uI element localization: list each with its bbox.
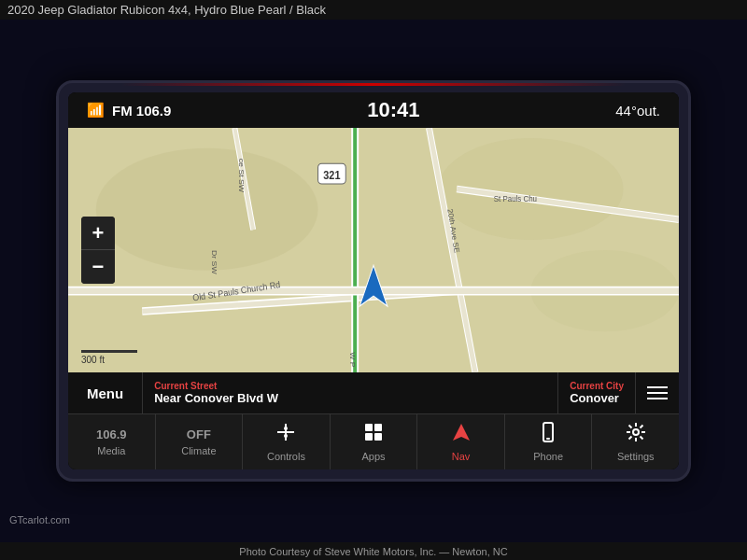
svg-rect-28 — [374, 424, 382, 431]
nav-item-settings-label: Settings — [617, 451, 655, 462]
nav-item-climate-value: OFF — [187, 427, 211, 441]
nav-item-controls[interactable]: Controls — [243, 414, 331, 469]
zoom-out-button[interactable]: − — [81, 250, 115, 284]
svg-rect-30 — [374, 433, 382, 441]
current-city-label: Current City — [570, 381, 624, 391]
status-bar: Menu Current Street Near Conover Blvd W … — [68, 372, 679, 413]
current-city-section: Current City Conover — [557, 372, 635, 413]
nav-item-phone-label: Phone — [533, 451, 563, 462]
scale-bar — [81, 350, 137, 353]
nav-item-apps[interactable]: Apps — [331, 414, 418, 469]
nav-item-controls-icon — [275, 422, 296, 447]
svg-rect-29 — [365, 433, 373, 441]
svg-text:W P: W P — [348, 352, 358, 368]
nav-item-apps-label: Apps — [361, 451, 385, 462]
svg-point-34 — [633, 429, 639, 435]
nav-item-media[interactable]: 106.9Media — [68, 414, 156, 469]
nav-item-phone[interactable]: Phone — [505, 414, 593, 469]
current-city-value: Conover — [570, 391, 624, 405]
location-info: Current Street Near Conover Blvd W — [143, 372, 557, 413]
temperature-display: 44°out. — [615, 103, 660, 119]
infotainment-screen: 📶 FM 106.9 10:41 44°out. — [68, 92, 679, 469]
watermark: GTcarlot.com — [9, 514, 70, 525]
bottom-nav: 106.9MediaOFFClimateControlsAppsNavPhone… — [68, 413, 679, 469]
map-svg: 321 Old St Pauls Church Rd 20th Ave SE S… — [68, 128, 679, 372]
hamburger-icon — [647, 386, 668, 399]
nav-item-media-value: 106.9 — [96, 427, 127, 441]
current-street-label: Current Street — [154, 381, 546, 391]
clock-display: 10:41 — [367, 98, 419, 122]
scale-label: 300 ft — [81, 355, 105, 365]
map-area[interactable]: 321 Old St Pauls Church Rd 20th Ave SE S… — [68, 128, 679, 372]
nav-item-climate-label: Climate — [181, 445, 216, 456]
svg-rect-33 — [546, 438, 550, 440]
nav-item-settings[interactable]: Settings — [592, 414, 679, 469]
infotainment-bezel: 📶 FM 106.9 10:41 44°out. — [56, 80, 691, 482]
svg-text:321: 321 — [323, 169, 341, 181]
svg-point-25 — [284, 427, 288, 430]
radio-text: FM 106.9 — [112, 103, 171, 119]
signal-icon: 📶 — [87, 102, 105, 119]
hamburger-line-2 — [647, 392, 668, 394]
nav-item-apps-icon — [363, 422, 384, 447]
radio-info: 📶 FM 106.9 — [87, 102, 171, 119]
hamburger-line-1 — [647, 386, 668, 388]
svg-point-26 — [284, 434, 288, 438]
main-container: 📶 FM 106.9 10:41 44°out. — [0, 20, 747, 542]
hamburger-line-3 — [647, 398, 668, 399]
current-street-value: Near Conover Blvd W — [154, 391, 546, 405]
zoom-controls: + − — [81, 217, 115, 284]
nav-item-settings-icon — [626, 422, 646, 447]
top-bar: 📶 FM 106.9 10:41 44°out. — [68, 92, 679, 128]
nav-item-controls-label: Controls — [267, 451, 305, 462]
photo-credit: Photo Courtesy of Steve White Motors, In… — [0, 542, 747, 560]
svg-rect-27 — [365, 424, 373, 431]
zoom-in-button[interactable]: + — [81, 217, 115, 250]
scale-indicator: 300 ft — [81, 350, 137, 365]
nav-item-media-label: Media — [97, 445, 125, 456]
title-text: 2020 Jeep Gladiator Rubicon 4x4, Hydro B… — [7, 3, 326, 17]
nav-item-nav[interactable]: Nav — [417, 414, 505, 469]
svg-text:Dr SW: Dr SW — [210, 250, 219, 274]
menu-button[interactable]: Menu — [68, 372, 143, 413]
title-bar: 2020 Jeep Gladiator Rubicon 4x4, Hydro B… — [0, 0, 747, 20]
nav-item-nav-icon — [451, 422, 472, 447]
svg-text:ce St SW: ce St SW — [237, 159, 247, 192]
nav-item-nav-label: Nav — [452, 451, 471, 462]
nav-item-phone-icon — [538, 422, 558, 447]
svg-point-1 — [96, 148, 318, 271]
hamburger-button[interactable] — [635, 372, 679, 413]
svg-text:St Pauls Chu: St Pauls Chu — [494, 193, 538, 203]
svg-marker-31 — [453, 424, 470, 441]
nav-item-climate[interactable]: OFFClimate — [156, 414, 244, 469]
